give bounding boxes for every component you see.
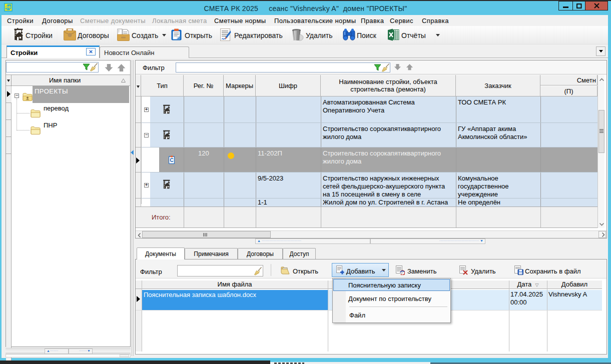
svg-text:C: C: [170, 158, 173, 163]
